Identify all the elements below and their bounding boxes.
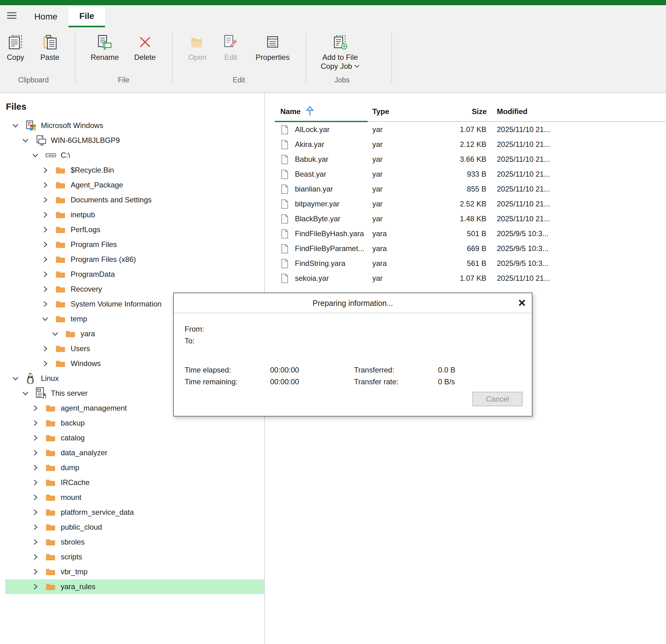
chevron-right-icon[interactable] bbox=[41, 226, 49, 233]
preparing-information-dialog: Preparing information... From: To: Time … bbox=[173, 292, 532, 417]
chevron-right-icon[interactable] bbox=[41, 241, 49, 248]
file-row-allock-yar[interactable]: AlLock.yaryar1.07 KB2025/11/10 21... bbox=[265, 122, 666, 137]
chevron-down-icon[interactable] bbox=[12, 375, 19, 382]
file-row-babuk-yar[interactable]: Babuk.yaryar3.66 KB2025/11/10 21... bbox=[265, 152, 666, 167]
tree-item-platform-service-data[interactable]: platform_service_data bbox=[0, 505, 264, 520]
tree-item-dump[interactable]: dump bbox=[0, 460, 264, 475]
file-type: yar bbox=[372, 211, 383, 226]
transfer-rate-value: 0 B/s bbox=[438, 377, 455, 387]
chevron-right-icon[interactable] bbox=[32, 479, 39, 486]
tree-item-inetpub[interactable]: inetpub bbox=[0, 207, 264, 222]
file-row-findstring-yara[interactable]: FindString.yarayara561 B2025/9/5 10:3... bbox=[265, 256, 666, 271]
file-size: 2.52 KB bbox=[432, 197, 486, 211]
tree-item-recycle-bin[interactable]: $Recycle.Bin bbox=[0, 163, 264, 177]
cancel-button[interactable]: Cancel bbox=[472, 392, 523, 406]
folder-icon bbox=[46, 569, 55, 575]
chevron-right-icon[interactable] bbox=[32, 583, 39, 590]
chevron-right-icon[interactable] bbox=[32, 494, 39, 501]
chevron-right-icon[interactable] bbox=[32, 509, 39, 516]
file-modified: 2025/11/10 21... bbox=[497, 211, 550, 226]
tree-item-label: C:\ bbox=[61, 148, 70, 163]
tree-item-mount[interactable]: mount bbox=[0, 490, 264, 505]
chevron-right-icon[interactable] bbox=[32, 538, 39, 546]
chevron-right-icon[interactable] bbox=[41, 345, 49, 352]
file-size: 1.07 KB bbox=[432, 122, 486, 137]
chevron-down-icon[interactable] bbox=[22, 137, 29, 144]
folder-icon bbox=[65, 331, 75, 337]
tree-item-sbroles[interactable]: sbroles bbox=[0, 535, 264, 549]
chevron-down-icon[interactable] bbox=[41, 315, 49, 323]
file-modified: 2025/11/10 21... bbox=[497, 122, 550, 137]
tree-item-program-files[interactable]: Program Files bbox=[0, 237, 264, 252]
tree-item-ircache[interactable]: IRCache bbox=[0, 475, 264, 490]
ribbon-group-divider bbox=[391, 32, 392, 84]
close-icon[interactable] bbox=[517, 298, 527, 308]
file-row-bitpaymer-yar[interactable]: bitpaymer.yaryar2.52 KB2025/11/10 21... bbox=[265, 197, 666, 211]
chevron-right-icon[interactable] bbox=[41, 285, 49, 293]
chevron-down-icon[interactable] bbox=[22, 390, 29, 397]
chevron-right-icon[interactable] bbox=[32, 449, 39, 457]
tree-item-backup[interactable]: backup bbox=[0, 416, 264, 430]
tree-item-c[interactable]: C:\ bbox=[0, 148, 264, 163]
chevron-right-icon[interactable] bbox=[32, 523, 39, 531]
folder-icon bbox=[55, 345, 65, 352]
tree-item-scripts[interactable]: scripts bbox=[0, 549, 264, 564]
transferred-label: Transferred: bbox=[354, 365, 395, 375]
chevron-down-icon[interactable] bbox=[32, 152, 39, 159]
chevron-right-icon[interactable] bbox=[32, 568, 39, 576]
tree-item-program-files-x86[interactable]: Program Files (x86) bbox=[0, 252, 264, 267]
file-modified: 2025/11/10 21... bbox=[497, 137, 550, 152]
tree-item-documents-and-settings[interactable]: Documents and Settings bbox=[0, 192, 264, 207]
tree-item-data-analyzer[interactable]: data_analyzer bbox=[0, 445, 264, 460]
tree-item-vbr-tmp[interactable]: vbr_tmp bbox=[0, 564, 264, 579]
column-header-name[interactable]: Name bbox=[280, 107, 300, 116]
chevron-right-icon[interactable] bbox=[41, 196, 49, 204]
file-icon bbox=[281, 155, 289, 164]
tree-item-label: Recovery bbox=[71, 282, 102, 296]
tree-item-label: platform_service_data bbox=[61, 505, 134, 520]
file-row-bianlian-yar[interactable]: bianlian.yaryar855 B2025/11/10 21... bbox=[265, 182, 666, 197]
file-row-findfilebyhash-yara[interactable]: FindFileByHash.yarayara501 B2025/9/5 10:… bbox=[265, 226, 666, 241]
windows-os-icon bbox=[26, 120, 36, 131]
chevron-right-icon[interactable] bbox=[41, 211, 49, 219]
tree-item-label: Microsoft Windows bbox=[41, 118, 103, 133]
tree-item-microsoft-windows[interactable]: Microsoft Windows bbox=[0, 118, 264, 133]
chevron-right-icon[interactable] bbox=[41, 360, 49, 367]
tree-item-public-cloud[interactable]: public_cloud bbox=[0, 520, 264, 535]
tree-item-agent-package[interactable]: Agent_Package bbox=[0, 177, 264, 192]
folder-icon bbox=[55, 241, 65, 248]
tree-item-label: agent_management bbox=[61, 401, 127, 416]
chevron-right-icon[interactable] bbox=[32, 464, 39, 471]
file-row-findfilebyparamet[interactable]: FindFileByParamet...yara669 B2025/9/5 10… bbox=[265, 241, 666, 256]
chevron-right-icon[interactable] bbox=[41, 181, 49, 189]
chevron-right-icon[interactable] bbox=[32, 434, 39, 442]
chevron-right-icon[interactable] bbox=[32, 419, 39, 427]
file-icon bbox=[281, 244, 289, 254]
file-name: sekoia.yar bbox=[295, 271, 329, 286]
tree-item-catalog[interactable]: catalog bbox=[0, 430, 264, 445]
chevron-right-icon[interactable] bbox=[41, 256, 49, 263]
file-row-akira-yar[interactable]: Akira.yaryar2.12 KB2025/11/10 21... bbox=[265, 137, 666, 152]
tree-item-win-6glm8jlbgp9[interactable]: WIN-6GLM8JLBGP9 bbox=[0, 133, 264, 148]
file-row-sekoia-yar[interactable]: sekoia.yaryar1.07 KB2025/11/10 21... bbox=[265, 271, 666, 286]
chevron-right-icon[interactable] bbox=[32, 553, 39, 561]
column-header-type[interactable]: Type bbox=[372, 107, 389, 116]
chevron-down-icon[interactable] bbox=[12, 122, 19, 129]
chevron-right-icon[interactable] bbox=[41, 300, 49, 308]
file-name: bitpaymer.yar bbox=[295, 197, 339, 211]
chevron-down-icon[interactable] bbox=[51, 330, 59, 338]
column-header-size[interactable]: Size bbox=[440, 107, 487, 116]
tree-item-programdata[interactable]: ProgramData bbox=[0, 267, 264, 282]
tree-item-yara-rules[interactable]: yara_rules bbox=[0, 579, 264, 594]
chevron-right-icon[interactable] bbox=[41, 271, 49, 278]
column-header-modified[interactable]: Modified bbox=[497, 107, 528, 116]
computer-icon bbox=[36, 135, 46, 146]
file-row-beast-yar[interactable]: Beast.yaryar933 B2025/11/10 21... bbox=[265, 167, 666, 182]
chevron-right-icon[interactable] bbox=[41, 166, 49, 174]
tree-item-perflogs[interactable]: PerfLogs bbox=[0, 222, 264, 237]
chevron-right-icon[interactable] bbox=[32, 404, 39, 412]
tree-item-label: yara bbox=[81, 326, 95, 341]
tree-item-label: WIN-6GLM8JLBGP9 bbox=[51, 133, 120, 148]
file-type: yar bbox=[372, 271, 383, 286]
file-row-blackbyte-yar[interactable]: BlackByte.yaryar1.48 KB2025/11/10 21... bbox=[265, 211, 666, 226]
